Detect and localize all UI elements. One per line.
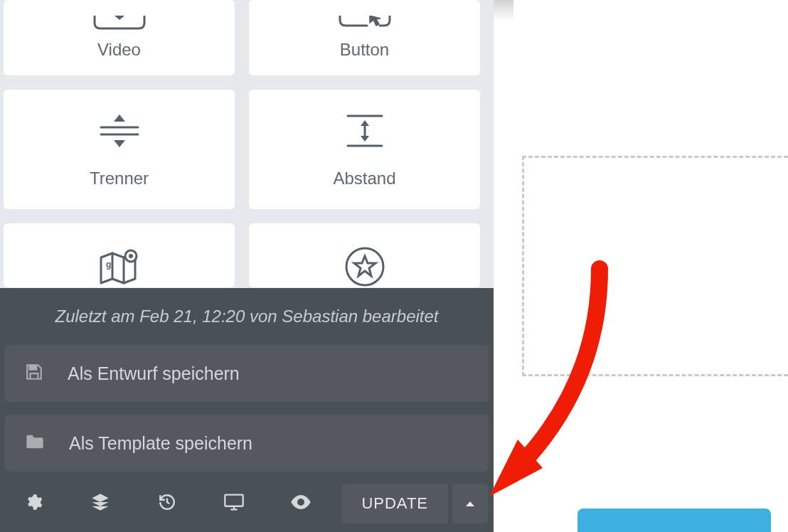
svg-text:g: g xyxy=(106,260,111,270)
widget-icon[interactable] xyxy=(249,223,480,287)
widget-label: Abstand xyxy=(333,169,395,188)
eye-icon xyxy=(290,494,312,513)
svg-point-8 xyxy=(129,254,133,258)
update-button[interactable]: UPDATE xyxy=(341,484,448,523)
last-edited-text: Zuletzt am Feb 21, 12:20 von Sebastian b… xyxy=(0,288,494,345)
save-draft-button[interactable]: Als Entwurf speichern xyxy=(5,345,489,402)
widget-label: Video xyxy=(97,40,141,60)
preview-button[interactable] xyxy=(267,475,334,532)
desktop-icon xyxy=(223,493,245,514)
widget-spacer[interactable]: Abstand xyxy=(249,90,480,209)
save-draft-label: Als Entwurf speichern xyxy=(68,363,240,384)
widget-label: Button xyxy=(340,40,389,60)
save-template-label: Als Template speichern xyxy=(69,433,252,454)
folder-icon xyxy=(25,432,45,454)
layers-icon xyxy=(90,492,110,515)
editor-sidebar: Video Button Trenner xyxy=(0,0,494,532)
spacer-icon xyxy=(344,110,386,150)
gear-icon xyxy=(24,493,43,514)
save-popup: Zuletzt am Feb 21, 12:20 von Sebastian b… xyxy=(0,288,494,475)
canvas-button-element[interactable] xyxy=(577,509,771,532)
navigator-button[interactable] xyxy=(67,475,134,532)
update-more-button[interactable] xyxy=(452,484,488,523)
drop-zone[interactable] xyxy=(522,156,788,376)
widget-video[interactable]: Video xyxy=(4,0,235,75)
settings-button[interactable] xyxy=(0,475,67,532)
svg-rect-12 xyxy=(225,495,243,506)
widget-label: Trenner xyxy=(90,169,149,188)
widget-grid: Video Button Trenner xyxy=(4,0,483,287)
widget-divider[interactable]: Trenner xyxy=(4,90,235,209)
save-template-button[interactable]: Als Template speichern xyxy=(5,415,489,472)
update-label: UPDATE xyxy=(361,494,428,513)
maps-icon: g xyxy=(97,246,142,287)
star-circle-icon xyxy=(344,246,385,287)
history-button[interactable] xyxy=(134,475,201,532)
sidebar-shadow xyxy=(494,0,513,21)
history-icon xyxy=(158,493,176,514)
save-icon xyxy=(25,363,43,384)
divider-icon xyxy=(98,110,141,150)
caret-up-icon xyxy=(465,497,475,510)
editor-footer: UPDATE xyxy=(0,475,494,532)
update-group: UPDATE xyxy=(341,484,494,523)
button-icon xyxy=(339,16,391,31)
video-icon xyxy=(93,16,146,31)
widget-button[interactable]: Button xyxy=(249,0,480,75)
responsive-button[interactable] xyxy=(201,475,267,532)
svg-rect-11 xyxy=(30,365,37,370)
widget-maps[interactable]: g xyxy=(4,223,235,287)
